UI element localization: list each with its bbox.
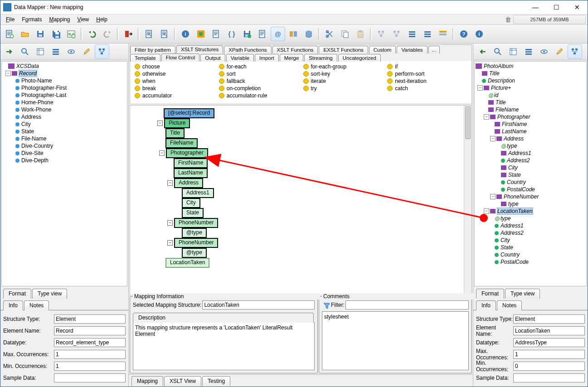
tab-format[interactable]: Format bbox=[476, 289, 504, 299]
map-node-root[interactable]: [@select]:Record bbox=[164, 108, 214, 118]
src-max-occ[interactable] bbox=[54, 350, 126, 359]
category-tab[interactable]: XSLT Functions bbox=[272, 46, 318, 53]
map-node[interactable]: PhoneNumber bbox=[174, 218, 218, 228]
tgt-datatype[interactable] bbox=[513, 338, 585, 347]
close-button[interactable]: ✕ bbox=[567, 0, 588, 14]
view-tab[interactable]: XSLT View bbox=[164, 376, 201, 386]
tree-item[interactable]: Work-Phone bbox=[21, 106, 52, 113]
list1-button[interactable] bbox=[405, 27, 419, 41]
tgt-tree-button[interactable] bbox=[568, 44, 582, 59]
tree-item[interactable]: Photographer-Last bbox=[21, 92, 67, 98]
exit-button[interactable] bbox=[121, 27, 136, 41]
map-button[interactable] bbox=[374, 27, 389, 41]
function-item[interactable]: accumulator-rule bbox=[219, 92, 299, 99]
list3-button[interactable] bbox=[436, 27, 450, 41]
function-item[interactable]: fallback bbox=[219, 77, 299, 85]
function-item[interactable]: perform-sort bbox=[387, 70, 467, 77]
function-item[interactable]: if bbox=[387, 63, 467, 70]
category-tab[interactable]: Filter by pattern bbox=[130, 46, 175, 53]
tree-item[interactable]: State bbox=[21, 128, 34, 135]
tab-type-view[interactable]: Type view bbox=[505, 289, 540, 299]
map-node[interactable]: Title bbox=[165, 128, 185, 138]
function-item[interactable]: choose bbox=[135, 63, 214, 70]
menu-formats[interactable]: Formats bbox=[18, 15, 45, 24]
src-note-button[interactable] bbox=[33, 44, 48, 59]
tgt-export-button[interactable] bbox=[475, 44, 490, 59]
new-button[interactable] bbox=[2, 27, 17, 41]
trash-icon[interactable]: 🗑 bbox=[505, 16, 511, 23]
category-tab[interactable]: Flow Control bbox=[161, 53, 200, 62]
tgt-max-occ[interactable] bbox=[513, 350, 585, 359]
category-tab[interactable]: Output bbox=[200, 54, 225, 62]
map-node[interactable]: LastName bbox=[174, 168, 208, 178]
tgt-edit-button[interactable] bbox=[552, 44, 567, 59]
function-item[interactable]: for-each-group bbox=[303, 63, 383, 70]
unmap-button[interactable] bbox=[389, 27, 404, 41]
category-tab[interactable]: Variable bbox=[226, 54, 254, 62]
list2-button[interactable] bbox=[420, 27, 435, 41]
layout-button[interactable] bbox=[286, 27, 301, 41]
comments-filter-input[interactable] bbox=[345, 300, 469, 310]
source-tree[interactable]: XCSData –Record Photo-NamePhotographer-F… bbox=[2, 62, 127, 167]
tree-item[interactable]: Photo-Name bbox=[21, 77, 52, 84]
tree-item[interactable]: Dive-Depth bbox=[21, 157, 49, 164]
category-tab[interactable]: Custom bbox=[369, 46, 396, 53]
function-item[interactable]: on-completion bbox=[219, 85, 299, 92]
tree-item[interactable]: Dive-Country bbox=[21, 143, 53, 149]
doc-button[interactable] bbox=[209, 27, 224, 41]
map-node[interactable]: City bbox=[182, 198, 200, 208]
tgt-eye-button[interactable] bbox=[537, 44, 551, 59]
funnel-icon[interactable] bbox=[322, 301, 330, 309]
tab-format[interactable]: Format bbox=[3, 289, 31, 299]
tgt-structure-type[interactable] bbox=[513, 314, 585, 324]
category-tab[interactable]: XSLT Structures bbox=[176, 45, 223, 53]
tgt-sample[interactable] bbox=[513, 373, 585, 382]
src-sample[interactable] bbox=[54, 373, 126, 382]
tab-type-view[interactable]: Type view bbox=[32, 289, 67, 299]
target-location-taken[interactable]: LocationTaken bbox=[497, 208, 533, 215]
tree-item[interactable]: Photographer-First bbox=[21, 85, 67, 91]
menu-file[interactable]: File bbox=[2, 15, 18, 24]
map-node[interactable]: @type bbox=[182, 248, 207, 258]
function-item[interactable]: otherwise bbox=[135, 70, 214, 77]
function-item[interactable]: sort-key bbox=[303, 70, 383, 77]
map-node[interactable]: FirstName bbox=[174, 158, 208, 168]
map-node[interactable]: Photographer bbox=[166, 148, 208, 158]
export-xls-button[interactable] bbox=[64, 27, 78, 41]
redo-button[interactable] bbox=[100, 27, 115, 41]
map-node[interactable]: @type bbox=[182, 228, 207, 238]
config1-button[interactable] bbox=[142, 27, 156, 41]
mapping-canvas[interactable]: [@select]:Record –Picture Title FileName… bbox=[130, 105, 472, 295]
src-find-button[interactable] bbox=[18, 44, 32, 59]
save-all-button[interactable] bbox=[49, 27, 63, 41]
function-item[interactable]: catch bbox=[387, 85, 467, 92]
selected-structure-input[interactable] bbox=[202, 300, 315, 310]
maximize-button[interactable]: ☐ bbox=[546, 0, 567, 14]
tab-info[interactable]: Info bbox=[476, 300, 496, 310]
tree-record[interactable]: Record bbox=[19, 70, 37, 77]
open-button[interactable] bbox=[18, 27, 32, 41]
tgt-element-name[interactable] bbox=[513, 326, 585, 335]
tree-root[interactable]: XCSData bbox=[16, 63, 39, 69]
tree-item[interactable]: File-Name bbox=[21, 135, 47, 142]
paste-button[interactable] bbox=[353, 27, 368, 41]
config2-button[interactable] bbox=[157, 27, 172, 41]
function-item[interactable]: accumulator bbox=[135, 92, 214, 99]
category-tab[interactable]: Merge bbox=[280, 54, 304, 62]
menu-view[interactable]: View bbox=[73, 15, 92, 24]
menu-mapping[interactable]: Mapping bbox=[45, 15, 73, 24]
tgt-note-button[interactable] bbox=[506, 44, 520, 59]
category-tab[interactable]: EXSLT Functions bbox=[319, 46, 368, 53]
database-button[interactable] bbox=[301, 27, 316, 41]
src-datatype[interactable] bbox=[54, 338, 126, 347]
canvas-scrollbar[interactable] bbox=[464, 106, 471, 295]
function-item[interactable]: for-each bbox=[219, 63, 299, 70]
at-button[interactable] bbox=[271, 27, 285, 41]
highlight-button[interactable] bbox=[194, 27, 208, 41]
cut-button[interactable] bbox=[322, 27, 337, 41]
about-button[interactable] bbox=[472, 27, 486, 41]
undo-button[interactable] bbox=[85, 27, 99, 41]
function-item[interactable]: sort bbox=[219, 70, 299, 77]
tree-item[interactable]: Dive-Site bbox=[21, 150, 44, 156]
function-item[interactable]: when bbox=[135, 77, 214, 85]
